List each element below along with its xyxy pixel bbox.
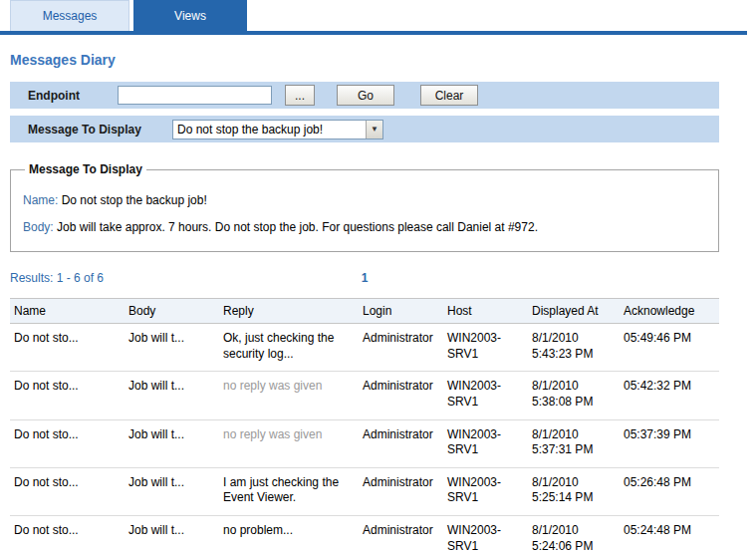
cell-body: Job will t...	[125, 419, 219, 467]
messages-table: NameBodyReplyLoginHostDisplayed AtAcknow…	[10, 298, 719, 553]
cell-login: Administrator	[359, 467, 443, 515]
message-select-value: Do not stop the backup job!	[173, 121, 366, 138]
cell-displayed_at: 8/1/2010 5:25:14 PM	[528, 467, 620, 515]
message-name-line: Name: Do not stop the backup job!	[23, 193, 706, 209]
cell-name: Do not sto...	[10, 324, 125, 372]
cell-login: Administrator	[359, 372, 443, 419]
cell-acknowledge: 05:26:48 PM	[620, 467, 719, 515]
cell-body: Job will t...	[125, 372, 219, 419]
cell-name: Do not sto...	[10, 419, 125, 467]
cell-reply: no reply was given	[219, 372, 359, 419]
table-row: Do not sto...Job will t...no problem...A…	[10, 515, 719, 553]
message-detail-box: Message To Display Name: Do not stop the…	[10, 162, 719, 252]
cell-host: WIN2003-SRV1	[443, 419, 528, 467]
message-detail-legend: Message To Display	[25, 162, 146, 176]
column-header-acknowledge: Acknowledge	[620, 299, 719, 324]
cell-displayed_at: 8/1/2010 5:37:31 PM	[528, 419, 620, 467]
tab-messages[interactable]: Messages	[10, 0, 129, 31]
table-row: Do not sto...Job will t...no reply was g…	[10, 419, 719, 467]
cell-name: Do not sto...	[10, 467, 125, 515]
cell-displayed_at: 8/1/2010 5:43:23 PM	[528, 324, 620, 372]
results-row: Results: 1 - 6 of 6 1	[10, 271, 719, 287]
tab-bar: Messages Views	[0, 0, 756, 31]
tab-underline	[0, 31, 747, 35]
cell-login: Administrator	[359, 419, 443, 467]
cell-host: WIN2003-SRV1	[443, 372, 528, 419]
message-select-dropdown[interactable]: Do not stop the backup job! ▼	[172, 120, 383, 139]
content-area: Messages Diary Endpoint ... Go Clear Mes…	[10, 52, 719, 553]
page-number-link[interactable]: 1	[362, 271, 369, 285]
cell-name: Do not sto...	[10, 372, 125, 419]
messages-diary-page: Messages Views Messages Diary Endpoint .…	[0, 0, 756, 553]
cell-acknowledge: 05:49:46 PM	[620, 324, 719, 372]
cell-login: Administrator	[359, 515, 443, 553]
column-header-reply: Reply	[219, 299, 359, 324]
cell-login: Administrator	[359, 324, 443, 372]
column-header-host: Host	[443, 299, 528, 324]
tab-views[interactable]: Views	[133, 0, 247, 31]
tab-messages-label: Messages	[43, 9, 98, 23]
column-header-displayed_at: Displayed At	[528, 299, 620, 324]
column-header-login: Login	[359, 299, 443, 324]
table-body: Do not sto...Job will t...Ok, just check…	[10, 324, 719, 553]
column-header-name: Name	[10, 299, 125, 324]
clear-button[interactable]: Clear	[420, 85, 478, 106]
go-button[interactable]: Go	[337, 85, 394, 106]
cell-name: Do not sto...	[10, 515, 125, 553]
table-row: Do not sto...Job will t...Ok, just check…	[10, 324, 719, 372]
cell-body: Job will t...	[125, 324, 219, 372]
message-name-label: Name:	[23, 193, 58, 207]
cell-host: WIN2003-SRV1	[443, 467, 528, 515]
tab-views-label: Views	[174, 9, 206, 23]
column-header-body: Body	[125, 299, 219, 324]
cell-acknowledge: 05:42:32 PM	[620, 372, 719, 419]
cell-reply: no problem...	[219, 515, 359, 553]
cell-displayed_at: 8/1/2010 5:24:06 PM	[528, 515, 620, 553]
message-select-bar: Message To Display Do not stop the backu…	[10, 116, 719, 142]
cell-reply: I am just checking the Event Viewer.	[219, 467, 359, 515]
results-summary: Results: 1 - 6 of 6	[10, 271, 104, 285]
cell-reply: no reply was given	[219, 419, 359, 467]
page-title: Messages Diary	[10, 52, 719, 68]
cell-body: Job will t...	[125, 515, 219, 553]
browse-button[interactable]: ...	[285, 85, 315, 106]
cell-host: WIN2003-SRV1	[443, 324, 528, 372]
cell-acknowledge: 05:24:48 PM	[620, 515, 719, 553]
endpoint-input[interactable]	[118, 86, 272, 105]
table-row: Do not sto...Job will t...I am just chec…	[10, 467, 719, 515]
message-name-value: Do not stop the backup job!	[62, 193, 207, 207]
message-body-line: Body: Job will take approx. 7 hours. Do …	[23, 220, 706, 236]
message-body-label: Body:	[23, 220, 54, 234]
cell-acknowledge: 05:37:39 PM	[620, 419, 719, 467]
endpoint-bar: Endpoint ... Go Clear	[10, 82, 719, 109]
message-select-label: Message To Display	[28, 123, 172, 137]
chevron-down-icon[interactable]: ▼	[366, 121, 382, 138]
message-body-value: Job will take approx. 7 hours. Do not st…	[57, 220, 538, 234]
cell-host: WIN2003-SRV1	[443, 515, 528, 553]
table-row: Do not sto...Job will t...no reply was g…	[10, 372, 719, 419]
cell-reply: Ok, just checking the security log...	[219, 324, 359, 372]
cell-body: Job will t...	[125, 467, 219, 515]
endpoint-label: Endpoint	[28, 89, 118, 103]
table-header-row: NameBodyReplyLoginHostDisplayed AtAcknow…	[10, 299, 719, 324]
cell-displayed_at: 8/1/2010 5:38:08 PM	[528, 372, 620, 419]
